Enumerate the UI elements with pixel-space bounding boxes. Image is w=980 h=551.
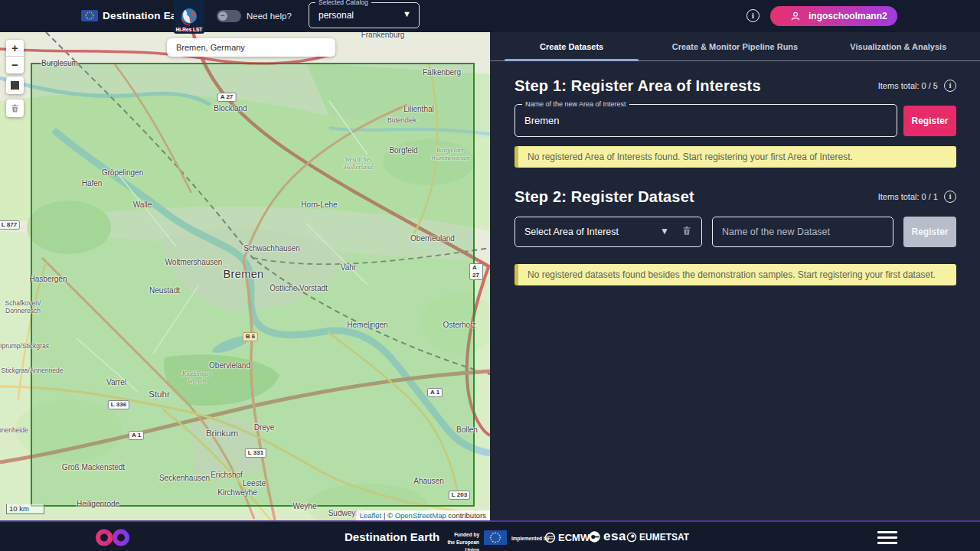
tab-bar: Create Datasets Create & Monitor Pipelin… [490,32,980,61]
map-attribution: Leaflet | © OpenStreetMap contributors [356,510,490,520]
osm-link[interactable]: OpenStreetMap [395,511,446,520]
map-scale: 10 km [6,504,44,514]
selection-rectangle[interactable] [31,63,475,507]
top-header: Destination Earth Hi-Res LST − Need help… [0,0,980,32]
esa-logo: esa [588,529,626,544]
help-toggle[interactable]: − [217,10,241,22]
search-input[interactable] [167,38,335,57]
username: ingoschoolmann2 [808,11,887,21]
register-dataset-button[interactable]: Register [903,217,956,247]
clear-selection-trash-icon[interactable] [681,225,692,240]
aoi-name-input[interactable] [515,105,897,136]
zoom-in-button[interactable]: + [6,40,24,57]
step2-title: Step 2: Register Dataset [514,188,694,206]
attribution-separator: | © [381,511,394,520]
aoi-select-dropdown[interactable]: Select Area of Interest ▼ [514,217,702,247]
leaflet-link[interactable]: Leaflet [360,511,382,520]
right-panel: Create Datasets Create & Monitor Pipelin… [490,32,980,520]
eu-flag-icon [81,10,98,21]
delete-shape-button[interactable] [6,99,24,117]
funded-by-label: Funded by the European Union [435,531,479,551]
eumetsat-icon [626,532,637,543]
tab-pipeline-runs[interactable]: Create & Monitor Pipeline Runs [653,32,816,60]
eumetsat-logo: EUMETSAT [626,532,689,543]
menu-bar [877,542,897,544]
draw-rectangle-button[interactable] [6,77,24,94]
dataset-name-input[interactable] [713,217,893,246]
dataset-warning-banner: No registered datasets found besides the… [514,264,956,285]
step1-items-total: Items total: 0 / 5 [878,81,938,90]
menu-bar [877,536,897,539]
zoom-control: + − [6,40,24,73]
hires-lst-app-tile[interactable]: Hi-Res LST [174,0,204,34]
register-aoi-button[interactable]: Register [903,106,956,136]
header-info-icon[interactable]: i [746,9,760,22]
footer-brand: Destination Earth [345,530,439,543]
zoom-out-button[interactable]: − [6,57,24,73]
tab-visualization[interactable]: Visualization & Analysis [817,32,980,60]
chevron-down-icon: ▼ [403,9,411,18]
menu-bar [877,531,897,533]
user-account-button[interactable]: ingoschoolmann2 [770,6,897,26]
attribution-suffix: contributors [446,511,486,520]
aoi-name-label: Name of the new Area of Interest [522,100,629,108]
aoi-warning-banner: No registered Area of Interests found. S… [514,146,956,168]
step1-info-icon[interactable]: i [944,80,956,92]
catalog-select[interactable]: Selected Catalog personal ▼ [309,2,420,28]
catalog-value: personal [318,10,354,21]
tab-create-datasets[interactable]: Create Datasets [490,32,653,60]
step2-info-icon[interactable]: i [944,191,956,203]
bottom-bar: Destination Earth Funded by the European… [0,520,980,551]
menu-button[interactable] [877,531,897,544]
dataset-name-field-wrap [712,217,893,247]
globe-icon [179,7,199,27]
eumetsat-label: EUMETSAT [639,532,689,543]
esa-icon [588,530,601,543]
destine-infinity-logo [92,529,135,546]
aoi-name-field-wrap: Name of the new Area of Interest [514,104,897,137]
rectangle-icon [11,81,19,90]
eu-flag-icon [484,530,507,545]
hires-lst-label: Hi-Res LST [176,27,203,32]
need-help-label: Need help? [247,11,292,21]
map[interactable]: FrankenburgBurglesumFalkenbergBlocklandL… [0,32,490,520]
step2-items-total: Items total: 0 / 1 [878,192,938,201]
trash-icon [10,103,20,113]
catalog-label: Selected Catalog [315,0,371,6]
aoi-select-value: Select Area of Interest [524,227,619,237]
toggle-knob: − [218,11,227,21]
user-icon [790,11,801,21]
esa-label: esa [603,529,626,544]
chevron-down-icon: ▼ [660,226,669,236]
step1-title: Step 1: Register Area of Interests [514,77,761,95]
ecmwf-icon [544,532,556,543]
